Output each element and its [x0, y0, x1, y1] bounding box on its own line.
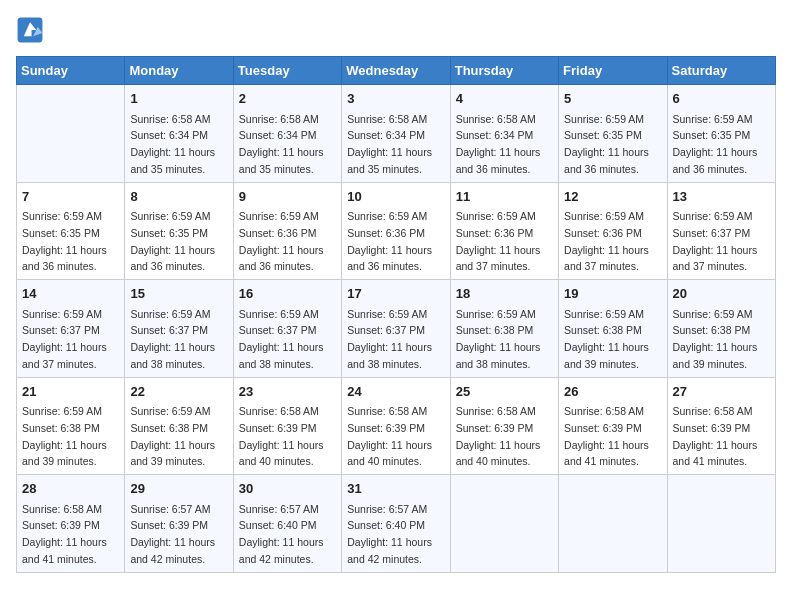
- calendar-table: SundayMondayTuesdayWednesdayThursdayFrid…: [16, 56, 776, 573]
- calendar-cell-4-0: 28Sunrise: 6:58 AMSunset: 6:39 PMDayligh…: [17, 475, 125, 573]
- cell-info: Sunrise: 6:59 AMSunset: 6:38 PMDaylight:…: [22, 405, 107, 467]
- cell-info: Sunrise: 6:58 AMSunset: 6:39 PMDaylight:…: [239, 405, 324, 467]
- day-number: 31: [347, 479, 444, 499]
- day-number: 19: [564, 284, 661, 304]
- calendar-cell-1-5: 12Sunrise: 6:59 AMSunset: 6:36 PMDayligh…: [559, 182, 667, 280]
- calendar-cell-0-5: 5Sunrise: 6:59 AMSunset: 6:35 PMDaylight…: [559, 85, 667, 183]
- cell-info: Sunrise: 6:57 AMSunset: 6:40 PMDaylight:…: [239, 503, 324, 565]
- calendar-cell-1-4: 11Sunrise: 6:59 AMSunset: 6:36 PMDayligh…: [450, 182, 558, 280]
- cell-info: Sunrise: 6:59 AMSunset: 6:35 PMDaylight:…: [22, 210, 107, 272]
- cell-info: Sunrise: 6:59 AMSunset: 6:36 PMDaylight:…: [564, 210, 649, 272]
- calendar-cell-2-5: 19Sunrise: 6:59 AMSunset: 6:38 PMDayligh…: [559, 280, 667, 378]
- calendar-cell-3-1: 22Sunrise: 6:59 AMSunset: 6:38 PMDayligh…: [125, 377, 233, 475]
- calendar-cell-0-3: 3Sunrise: 6:58 AMSunset: 6:34 PMDaylight…: [342, 85, 450, 183]
- day-number: 2: [239, 89, 336, 109]
- day-number: 12: [564, 187, 661, 207]
- cell-info: Sunrise: 6:59 AMSunset: 6:35 PMDaylight:…: [673, 113, 758, 175]
- day-number: 30: [239, 479, 336, 499]
- cell-info: Sunrise: 6:59 AMSunset: 6:38 PMDaylight:…: [673, 308, 758, 370]
- cell-info: Sunrise: 6:59 AMSunset: 6:36 PMDaylight:…: [347, 210, 432, 272]
- week-row-2: 7Sunrise: 6:59 AMSunset: 6:35 PMDaylight…: [17, 182, 776, 280]
- cell-info: Sunrise: 6:59 AMSunset: 6:37 PMDaylight:…: [347, 308, 432, 370]
- day-number: 22: [130, 382, 227, 402]
- day-number: 4: [456, 89, 553, 109]
- day-number: 21: [22, 382, 119, 402]
- cell-info: Sunrise: 6:58 AMSunset: 6:39 PMDaylight:…: [347, 405, 432, 467]
- cell-info: Sunrise: 6:58 AMSunset: 6:34 PMDaylight:…: [239, 113, 324, 175]
- day-number: 26: [564, 382, 661, 402]
- cell-info: Sunrise: 6:58 AMSunset: 6:39 PMDaylight:…: [564, 405, 649, 467]
- calendar-cell-1-6: 13Sunrise: 6:59 AMSunset: 6:37 PMDayligh…: [667, 182, 775, 280]
- day-number: 25: [456, 382, 553, 402]
- calendar-cell-3-4: 25Sunrise: 6:58 AMSunset: 6:39 PMDayligh…: [450, 377, 558, 475]
- cell-info: Sunrise: 6:58 AMSunset: 6:34 PMDaylight:…: [130, 113, 215, 175]
- calendar-cell-3-5: 26Sunrise: 6:58 AMSunset: 6:39 PMDayligh…: [559, 377, 667, 475]
- calendar-cell-4-3: 31Sunrise: 6:57 AMSunset: 6:40 PMDayligh…: [342, 475, 450, 573]
- calendar-header: SundayMondayTuesdayWednesdayThursdayFrid…: [17, 57, 776, 85]
- calendar-cell-2-1: 15Sunrise: 6:59 AMSunset: 6:37 PMDayligh…: [125, 280, 233, 378]
- calendar-cell-0-4: 4Sunrise: 6:58 AMSunset: 6:34 PMDaylight…: [450, 85, 558, 183]
- cell-info: Sunrise: 6:59 AMSunset: 6:36 PMDaylight:…: [239, 210, 324, 272]
- calendar-cell-1-2: 9Sunrise: 6:59 AMSunset: 6:36 PMDaylight…: [233, 182, 341, 280]
- weekday-saturday: Saturday: [667, 57, 775, 85]
- weekday-header-row: SundayMondayTuesdayWednesdayThursdayFrid…: [17, 57, 776, 85]
- cell-info: Sunrise: 6:58 AMSunset: 6:39 PMDaylight:…: [22, 503, 107, 565]
- day-number: 5: [564, 89, 661, 109]
- calendar-cell-0-2: 2Sunrise: 6:58 AMSunset: 6:34 PMDaylight…: [233, 85, 341, 183]
- day-number: 24: [347, 382, 444, 402]
- weekday-wednesday: Wednesday: [342, 57, 450, 85]
- cell-info: Sunrise: 6:59 AMSunset: 6:38 PMDaylight:…: [130, 405, 215, 467]
- week-row-4: 21Sunrise: 6:59 AMSunset: 6:38 PMDayligh…: [17, 377, 776, 475]
- page-header: [16, 16, 776, 44]
- calendar-cell-2-6: 20Sunrise: 6:59 AMSunset: 6:38 PMDayligh…: [667, 280, 775, 378]
- cell-info: Sunrise: 6:59 AMSunset: 6:37 PMDaylight:…: [673, 210, 758, 272]
- day-number: 16: [239, 284, 336, 304]
- day-number: 17: [347, 284, 444, 304]
- cell-info: Sunrise: 6:58 AMSunset: 6:39 PMDaylight:…: [673, 405, 758, 467]
- cell-info: Sunrise: 6:58 AMSunset: 6:34 PMDaylight:…: [347, 113, 432, 175]
- day-number: 15: [130, 284, 227, 304]
- calendar-cell-2-3: 17Sunrise: 6:59 AMSunset: 6:37 PMDayligh…: [342, 280, 450, 378]
- day-number: 14: [22, 284, 119, 304]
- calendar-cell-3-3: 24Sunrise: 6:58 AMSunset: 6:39 PMDayligh…: [342, 377, 450, 475]
- weekday-tuesday: Tuesday: [233, 57, 341, 85]
- weekday-friday: Friday: [559, 57, 667, 85]
- cell-info: Sunrise: 6:57 AMSunset: 6:40 PMDaylight:…: [347, 503, 432, 565]
- calendar-cell-0-0: [17, 85, 125, 183]
- day-number: 8: [130, 187, 227, 207]
- day-number: 11: [456, 187, 553, 207]
- day-number: 20: [673, 284, 770, 304]
- cell-info: Sunrise: 6:59 AMSunset: 6:37 PMDaylight:…: [239, 308, 324, 370]
- day-number: 6: [673, 89, 770, 109]
- cell-info: Sunrise: 6:59 AMSunset: 6:36 PMDaylight:…: [456, 210, 541, 272]
- cell-info: Sunrise: 6:59 AMSunset: 6:38 PMDaylight:…: [564, 308, 649, 370]
- calendar-cell-4-5: [559, 475, 667, 573]
- logo: [16, 16, 48, 44]
- week-row-3: 14Sunrise: 6:59 AMSunset: 6:37 PMDayligh…: [17, 280, 776, 378]
- calendar-cell-4-1: 29Sunrise: 6:57 AMSunset: 6:39 PMDayligh…: [125, 475, 233, 573]
- calendar-cell-3-6: 27Sunrise: 6:58 AMSunset: 6:39 PMDayligh…: [667, 377, 775, 475]
- calendar-cell-0-1: 1Sunrise: 6:58 AMSunset: 6:34 PMDaylight…: [125, 85, 233, 183]
- calendar-cell-3-2: 23Sunrise: 6:58 AMSunset: 6:39 PMDayligh…: [233, 377, 341, 475]
- calendar-cell-1-1: 8Sunrise: 6:59 AMSunset: 6:35 PMDaylight…: [125, 182, 233, 280]
- cell-info: Sunrise: 6:59 AMSunset: 6:38 PMDaylight:…: [456, 308, 541, 370]
- day-number: 13: [673, 187, 770, 207]
- calendar-cell-2-0: 14Sunrise: 6:59 AMSunset: 6:37 PMDayligh…: [17, 280, 125, 378]
- calendar-cell-1-0: 7Sunrise: 6:59 AMSunset: 6:35 PMDaylight…: [17, 182, 125, 280]
- calendar-cell-0-6: 6Sunrise: 6:59 AMSunset: 6:35 PMDaylight…: [667, 85, 775, 183]
- calendar-cell-4-4: [450, 475, 558, 573]
- calendar-body: 1Sunrise: 6:58 AMSunset: 6:34 PMDaylight…: [17, 85, 776, 573]
- day-number: 29: [130, 479, 227, 499]
- day-number: 18: [456, 284, 553, 304]
- weekday-monday: Monday: [125, 57, 233, 85]
- cell-info: Sunrise: 6:57 AMSunset: 6:39 PMDaylight:…: [130, 503, 215, 565]
- calendar-cell-4-2: 30Sunrise: 6:57 AMSunset: 6:40 PMDayligh…: [233, 475, 341, 573]
- weekday-thursday: Thursday: [450, 57, 558, 85]
- calendar-cell-2-2: 16Sunrise: 6:59 AMSunset: 6:37 PMDayligh…: [233, 280, 341, 378]
- week-row-1: 1Sunrise: 6:58 AMSunset: 6:34 PMDaylight…: [17, 85, 776, 183]
- day-number: 23: [239, 382, 336, 402]
- weekday-sunday: Sunday: [17, 57, 125, 85]
- cell-info: Sunrise: 6:59 AMSunset: 6:37 PMDaylight:…: [22, 308, 107, 370]
- day-number: 9: [239, 187, 336, 207]
- logo-icon: [16, 16, 44, 44]
